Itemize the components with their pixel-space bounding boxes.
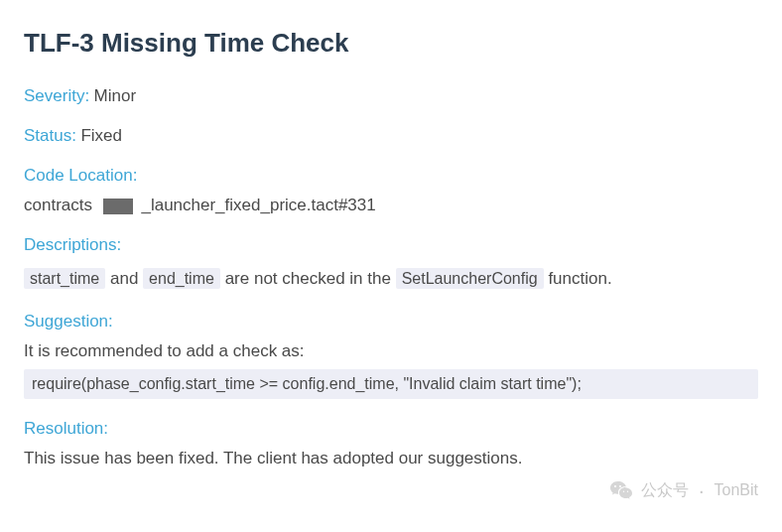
watermark: 公众号 · TonBit — [609, 478, 758, 502]
code-location-section: Code Location: contracts _launcher_fixed… — [24, 166, 758, 215]
descriptions-body: start_time and end_time are not checked … — [24, 265, 758, 292]
resolution-body: This issue has been fixed. The client ha… — [24, 449, 758, 468]
code-endtime: end_time — [143, 268, 220, 289]
descriptions-label: Descriptions: — [24, 235, 121, 254]
desc-text-1: and — [110, 269, 143, 288]
resolution-section: Resolution: This issue has been fixed. T… — [24, 419, 758, 468]
watermark-brand: TonBit — [715, 481, 758, 499]
descriptions-section: Descriptions: start_time and end_time ar… — [24, 235, 758, 292]
suggestion-section: Suggestion: It is recommended to add a c… — [24, 312, 758, 399]
watermark-text: 公众号 — [641, 480, 689, 501]
code-location-label: Code Location: — [24, 166, 137, 185]
issue-title: TLF-3 Missing Time Check — [24, 28, 758, 59]
status-section: Status: Fixed — [24, 126, 758, 146]
status-label: Status: — [24, 126, 76, 145]
desc-text-2: are not checked in the — [225, 269, 396, 288]
severity-value: Minor — [94, 86, 137, 105]
code-path-prefix: contracts — [24, 196, 92, 214]
suggestion-intro: It is recommended to add a check as: — [24, 341, 758, 361]
resolution-label: Resolution: — [24, 419, 108, 438]
code-setlauncherconfig: SetLauncherConfig — [396, 268, 544, 289]
desc-text-3: function. — [548, 269, 611, 288]
code-location-value: contracts _launcher_fixed_price.tact#331 — [24, 196, 758, 215]
suggestion-label: Suggestion: — [24, 312, 113, 331]
code-path-suffix: _launcher_fixed_price.tact#331 — [141, 196, 375, 214]
severity-label: Severity: — [24, 86, 89, 105]
severity-section: Severity: Minor — [24, 86, 758, 106]
code-starttime: start_time — [24, 268, 105, 289]
redacted-box — [103, 199, 133, 214]
status-value: Fixed — [80, 126, 122, 145]
suggestion-code-block: require(phase_config.start_time >= confi… — [24, 369, 758, 399]
watermark-dot: · — [697, 480, 707, 500]
wechat-icon — [609, 478, 633, 502]
